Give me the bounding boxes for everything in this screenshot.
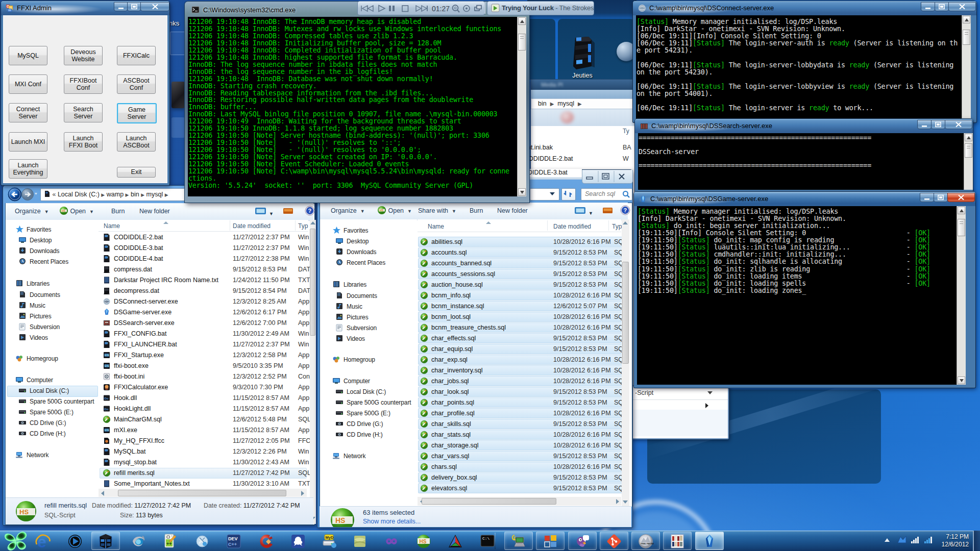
svg-text:Jeuties: Jeuties — [572, 72, 593, 79]
svg-text:?: ? — [624, 207, 627, 213]
svg-text:HS: HS — [19, 508, 29, 516]
svg-text:On: On — [105, 331, 109, 334]
svg-text:MyD: MyD — [326, 535, 334, 540]
svg-text:On: On — [105, 256, 109, 259]
svg-text:01:27: 01:27 — [432, 5, 450, 13]
svg-text:DSP: DSP — [105, 301, 109, 303]
svg-text:On: On — [105, 235, 109, 237]
svg-text:Oo: Oo — [104, 397, 109, 400]
svg-text:C++: C++ — [228, 542, 237, 547]
svg-text:C:\: C:\ — [482, 536, 490, 541]
svg-text:On: On — [105, 245, 109, 248]
svg-text:On: On — [105, 460, 109, 462]
svg-text:On: On — [105, 342, 109, 344]
svg-text:HS: HS — [335, 516, 345, 524]
svg-text:On: On — [105, 449, 109, 452]
svg-text:EXE: EXE — [105, 365, 109, 367]
svg-text:Oo: Oo — [104, 408, 109, 411]
svg-text:HS: HS — [62, 209, 66, 212]
svg-text:DEV: DEV — [228, 536, 238, 541]
svg-text:++: ++ — [166, 541, 172, 546]
svg-text:FINAL FANTASY XI: FINAL FANTASY XI — [641, 543, 654, 545]
svg-text:EXE: EXE — [105, 429, 109, 432]
svg-text:HS: HS — [420, 539, 427, 544]
svg-text:HS: HS — [380, 209, 384, 212]
svg-text:EXE: EXE — [105, 354, 109, 357]
svg-text:?: ? — [308, 208, 312, 214]
